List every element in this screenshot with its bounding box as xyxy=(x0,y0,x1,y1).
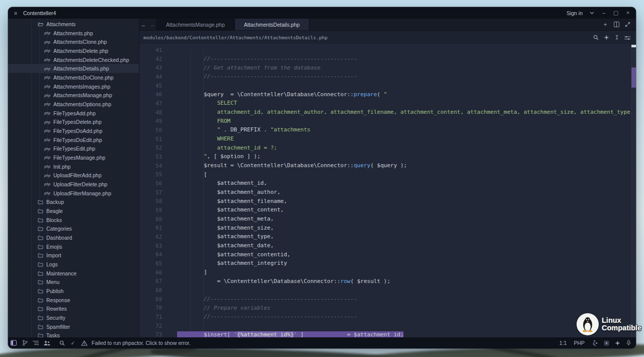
code-line-55[interactable]: 55 [ xyxy=(139,170,631,179)
settings-sliders-icon[interactable] xyxy=(624,33,631,42)
code-line-71[interactable]: 71 //-----------------------------------… xyxy=(139,312,631,321)
new-tab-icon[interactable]: + xyxy=(601,20,610,29)
tree-file-attachmentsoptions[interactable]: phpAttachmentsOptions.php xyxy=(8,100,139,109)
code-line-41[interactable]: 41 xyxy=(139,45,631,54)
code-line-44[interactable]: 44 //-----------------------------------… xyxy=(139,72,631,81)
tree-folder-import[interactable]: Import xyxy=(8,251,139,260)
expand-icon[interactable] xyxy=(623,20,632,29)
code-editor[interactable]: 4142 //---------------------------------… xyxy=(139,45,636,337)
code-line-56[interactable]: 56 $attachment_id, xyxy=(139,179,631,188)
chevron-down-icon[interactable] xyxy=(586,7,598,19)
tree-file-filetypesadd[interactable]: phpFileTypesAdd.php xyxy=(8,109,139,118)
code-line-59[interactable]: 59 $attachment_content, xyxy=(139,205,631,215)
tree-folder-spamfilter[interactable]: Spamfilter xyxy=(8,322,139,331)
project-panel-toggle-icon[interactable] xyxy=(8,337,19,348)
tree-file-attachmentsdeletechecked[interactable]: phpAttachmentsDeleteChecked.php xyxy=(8,55,139,64)
tree-folder-categories[interactable]: Categories xyxy=(8,224,139,233)
code-line-42[interactable]: 42 //-----------------------------------… xyxy=(139,54,631,63)
tab-attachmentsdetails[interactable]: AttachmentsDetails.php xyxy=(234,19,309,30)
code-line-46[interactable]: 46 $query = \Contentteller\Database\Conn… xyxy=(139,90,631,99)
tree-file-filetypesdoedit[interactable]: phpFileTypesDoEdit.php xyxy=(8,135,139,145)
tree-folder-logs[interactable]: Logs xyxy=(8,260,139,269)
tree-folder-beagle[interactable]: Beagle xyxy=(8,206,139,216)
code-line-43[interactable]: 43 // Get attachment from the database xyxy=(139,63,631,72)
text-cursor-icon[interactable]: I xyxy=(613,33,620,42)
tree-folder-publish[interactable]: Publish xyxy=(8,287,139,296)
warning-icon[interactable] xyxy=(78,337,90,348)
tree-folder-maintenance[interactable]: Maintenance xyxy=(8,269,139,278)
project-title[interactable]: Contentteller4 xyxy=(23,10,56,16)
tree-file-attachmentsdetails[interactable]: phpAttachmentsDetails.php xyxy=(8,64,139,73)
code-line-50[interactable]: 50 " . DB_PREFIX . "attachments xyxy=(139,125,631,134)
app-menu-icon[interactable]: ≡ xyxy=(8,10,23,16)
code-line-62[interactable]: 62 $attachment_type, xyxy=(139,232,631,241)
tree-file-uploadfilterdelete[interactable]: phpUploadFilterDelete.php xyxy=(8,180,139,189)
code-line-47[interactable]: 47 SELECT xyxy=(139,99,631,108)
code-line-61[interactable]: 61 $attachment_size, xyxy=(139,223,631,232)
tree-folder-rewrites[interactable]: Rewrites xyxy=(8,305,139,314)
code-line-52[interactable]: 52 attachment_id = ?; xyxy=(139,143,631,152)
maximize-button[interactable]: ▢ xyxy=(610,7,622,19)
tree-folder-blocks[interactable]: Blocks xyxy=(8,216,139,225)
tree-file-attachmentsimages[interactable]: phpAttachmentsImages.php xyxy=(8,82,139,91)
code-line-48[interactable]: 48 attachment_id, attachment_author, att… xyxy=(139,108,631,117)
code-line-68[interactable]: 68 xyxy=(139,285,631,295)
diagnostics-check-icon[interactable]: ✓ xyxy=(67,337,78,348)
scrollbar-thumb[interactable] xyxy=(631,67,636,88)
code-line-64[interactable]: 64 $attachment_contentid, xyxy=(139,250,631,259)
status-message[interactable]: Failed to run phpactor. Click to show er… xyxy=(92,340,191,346)
code-line-67[interactable]: 67 = \Contentteller\Database\Connector::… xyxy=(139,276,631,285)
edit-prediction-icon[interactable]: ζ• xyxy=(590,337,601,348)
git-branch-icon[interactable] xyxy=(19,337,30,348)
code-line-58[interactable]: 58 $attachment_filename, xyxy=(139,196,631,205)
tree-file-attachmentsmanage[interactable]: phpAttachmentsManage.php xyxy=(8,91,139,100)
tree-folder-dashboard[interactable]: Dashboard xyxy=(8,233,139,242)
tree-file-uploadfilteradd[interactable]: phpUploadFilterAdd.php xyxy=(8,171,139,180)
tree-file-filetypesmanage[interactable]: phpFileTypesManage.php xyxy=(8,153,139,162)
code-line-65[interactable]: 65 $attachment_integrity xyxy=(139,259,631,268)
code-line-51[interactable]: 51 WHERE xyxy=(139,134,631,144)
breadcrumb[interactable]: modules/backend/Contentteller/Attachment… xyxy=(139,35,592,40)
tree-folder-security[interactable]: Security xyxy=(8,313,139,322)
tree-file-attachments[interactable]: phpAttachments.php xyxy=(8,29,139,38)
copilot-icon[interactable] xyxy=(601,337,612,348)
tree-file-attachmentsdoclone[interactable]: phpAttachmentsDoClone.php xyxy=(8,73,139,82)
sparkle-icon[interactable] xyxy=(603,33,610,42)
editor-scrollbar[interactable] xyxy=(631,45,636,337)
tree-file-filetypesdoadd[interactable]: phpFileTypesDoAdd.php xyxy=(8,126,139,135)
close-button[interactable]: × xyxy=(622,7,634,19)
tab-attachmentsmanage[interactable]: AttachmentsManage.php xyxy=(156,19,234,30)
code-line-73[interactable]: 73 $insert[ '{%attachment_id%}' ] = $att… xyxy=(139,330,631,338)
tree-file-filetypesdelete[interactable]: phpFileTypesDelete.php xyxy=(8,117,139,126)
code-line-69[interactable]: 69 //-----------------------------------… xyxy=(139,295,631,304)
code-line-66[interactable]: 66 ] xyxy=(139,268,631,277)
nav-back-icon[interactable]: ← xyxy=(139,19,148,30)
search-icon[interactable] xyxy=(56,337,67,348)
microphone-icon[interactable] xyxy=(623,337,634,348)
code-line-45[interactable]: 45 xyxy=(139,81,631,90)
sign-in-button[interactable]: Sign in xyxy=(567,10,583,16)
collab-people-icon[interactable] xyxy=(41,337,52,348)
assistant-sparkle-icon[interactable] xyxy=(612,337,623,348)
tree-folder-menu[interactable]: Menu xyxy=(8,277,139,287)
tree-folder-backup[interactable]: Backup xyxy=(8,197,139,206)
tree-file-init[interactable]: phpInit.php xyxy=(8,162,139,171)
code-line-70[interactable]: 70 // Prepare variables xyxy=(139,303,631,312)
code-line-72[interactable]: 72 xyxy=(139,321,631,330)
outline-panel-icon[interactable] xyxy=(30,337,41,348)
code-line-57[interactable]: 57 $attachment_author, xyxy=(139,188,631,197)
tree-folder-tasks[interactable]: Tasks xyxy=(8,331,139,337)
minimize-button[interactable]: – xyxy=(598,7,610,19)
code-line-54[interactable]: 54 $result = \Contentteller\Database\Con… xyxy=(139,161,631,170)
language-selector[interactable]: PHP xyxy=(574,340,585,346)
cursor-position[interactable]: 1:1 xyxy=(559,340,567,346)
code-line-53[interactable]: 53 ", [ $option ] ); xyxy=(139,152,631,161)
nav-forward-icon[interactable]: → xyxy=(148,19,156,30)
split-pane-icon[interactable] xyxy=(612,20,621,29)
search-icon[interactable] xyxy=(592,33,599,42)
project-panel[interactable]: AttachmentsphpAttachments.phpphpAttachme… xyxy=(8,19,139,337)
tree-file-uploadfiltermanage[interactable]: phpUploadFilterManage.php xyxy=(8,189,139,198)
tree-file-attachmentsdelete[interactable]: phpAttachmentsDelete.php xyxy=(8,46,139,55)
code-line-49[interactable]: 49 FROM xyxy=(139,116,631,125)
code-line-60[interactable]: 60 $attachment_meta, xyxy=(139,215,631,224)
